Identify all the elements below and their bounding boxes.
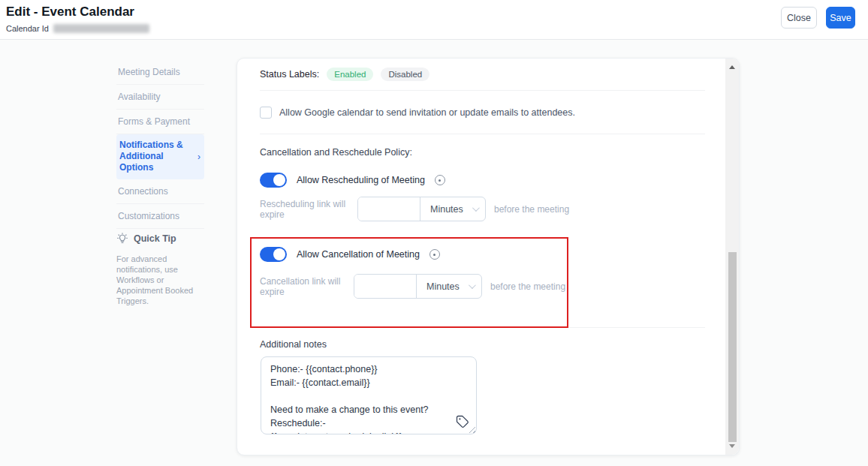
chevron-right-icon: › <box>197 151 200 162</box>
sidebar-item-meeting-details[interactable]: Meeting Details <box>116 60 204 85</box>
reschedule-unit-select[interactable]: Minutes <box>420 197 485 221</box>
reschedule-expire-label: Rescheduling link will expire <box>260 199 357 220</box>
scroll-up-icon[interactable] <box>729 65 735 69</box>
lightbulb-icon <box>116 233 128 245</box>
additional-notes-label: Additional notes <box>260 339 327 350</box>
quick-tip-panel: Quick Tip For advanced notifications, us… <box>116 233 205 306</box>
divider <box>260 90 705 91</box>
panel-scrollbar[interactable] <box>725 59 739 455</box>
page-title: Edit - Event Calendar <box>6 5 134 20</box>
status-labels-label: Status Labels: <box>260 69 319 80</box>
cancellation-expire-label: Cancellation link will expire <box>260 276 354 297</box>
status-enabled-badge[interactable]: Enabled <box>327 68 373 81</box>
cancellation-toggle-row: Allow Cancellation of Meeting <box>260 246 440 263</box>
google-invite-label: Allow Google calendar to send invitation… <box>279 107 575 118</box>
allow-rescheduling-toggle[interactable] <box>260 173 287 188</box>
close-button[interactable]: Close <box>781 7 817 29</box>
sidebar-item-label: Notifications & Additional Options <box>119 140 183 173</box>
cancellation-expire-row: Cancellation link will expire Minutes be… <box>260 274 565 299</box>
save-button[interactable]: Save <box>826 7 855 29</box>
allow-cancellation-label: Allow Cancellation of Meeting <box>297 249 420 260</box>
settings-sidebar: Meeting Details Availability Forms & Pay… <box>116 60 204 229</box>
additional-notes-wrap: Phone:- {{contact.phone}} Email:- {{cont… <box>261 356 477 434</box>
calendar-id-label: Calendar Id <box>6 24 49 33</box>
settings-panel: Status Labels: Enabled Disabled Allow Go… <box>237 58 740 455</box>
cancellation-expire-input[interactable] <box>354 275 416 298</box>
reschedule-toggle-row: Allow Rescheduling of Meeting <box>260 172 445 188</box>
reschedule-expire-group: Minutes <box>357 197 486 221</box>
status-labels-row: Status Labels: Enabled Disabled <box>260 65 429 83</box>
sidebar-item-connections[interactable]: Connections <box>116 179 204 204</box>
google-invite-checkbox[interactable] <box>260 107 272 119</box>
sidebar-item-customizations[interactable]: Customizations <box>116 204 204 229</box>
reschedule-expire-input[interactable] <box>358 197 420 221</box>
scrollbar-thumb[interactable] <box>728 252 737 442</box>
info-icon[interactable] <box>435 175 445 185</box>
sidebar-item-forms-payment[interactable]: Forms & Payment <box>116 110 204 134</box>
info-icon[interactable] <box>429 249 440 260</box>
chevron-down-icon <box>472 204 480 212</box>
reschedule-expire-suffix: before the meeting <box>494 204 569 215</box>
allow-cancellation-toggle[interactable] <box>260 247 287 262</box>
calendar-id-redacted-value <box>53 24 149 33</box>
google-invite-row: Allow Google calendar to send invitation… <box>260 105 575 120</box>
sidebar-item-notifications-additional-options[interactable]: Notifications & Additional Options › <box>116 134 204 179</box>
divider <box>260 134 705 134</box>
status-disabled-badge[interactable]: Disabled <box>381 68 429 81</box>
quick-tip-title: Quick Tip <box>134 233 176 244</box>
reschedule-unit-value: Minutes <box>430 204 463 215</box>
cancellation-unit-value: Minutes <box>426 281 460 292</box>
scroll-down-icon[interactable] <box>729 444 735 448</box>
policy-heading: Cancellation and Reschedule Policy: <box>260 147 412 158</box>
allow-rescheduling-label: Allow Rescheduling of Meeting <box>297 175 425 185</box>
calendar-id: Calendar Id <box>6 24 149 33</box>
quick-tip-body: For advanced notifications, use Workflow… <box>116 254 205 306</box>
cancellation-unit-select[interactable]: Minutes <box>416 275 481 298</box>
header-bar: Edit - Event Calendar Calendar Id Close … <box>0 0 868 40</box>
reschedule-expire-row: Rescheduling link will expire Minutes be… <box>260 197 569 221</box>
tag-icon[interactable] <box>456 415 469 428</box>
chevron-down-icon <box>469 281 476 289</box>
additional-notes-textarea[interactable]: Phone:- {{contact.phone}} Email:- {{cont… <box>261 356 477 434</box>
divider <box>260 327 705 328</box>
sidebar-item-availability[interactable]: Availability <box>116 85 204 110</box>
cancellation-expire-group: Minutes <box>354 274 482 299</box>
cancellation-expire-suffix: before the meeting <box>490 281 565 292</box>
quick-tip-header: Quick Tip <box>116 233 205 245</box>
